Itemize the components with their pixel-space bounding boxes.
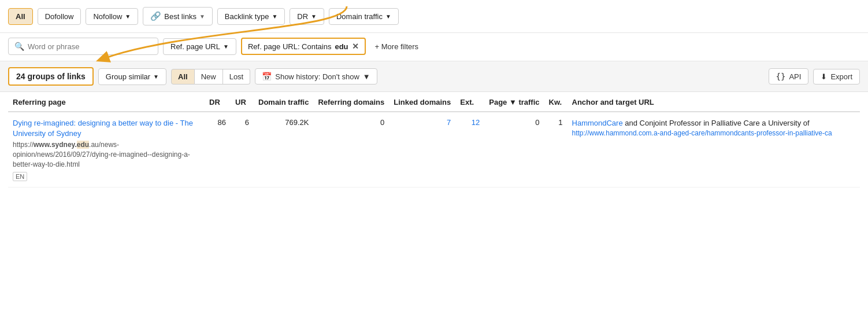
kw-cell: 1 — [544, 112, 567, 187]
col-header-linked-domains: Linked domains — [389, 92, 455, 112]
tab-group: All New Lost — [171, 69, 250, 84]
table-section: Referring page DR UR Domain traffic Refe… — [0, 92, 868, 188]
domain-traffic-button[interactable]: Domain traffic — [329, 8, 399, 25]
close-icon[interactable]: ✕ — [352, 42, 359, 51]
search-input[interactable] — [28, 42, 132, 51]
chevron-down-icon: ▼ — [363, 72, 370, 81]
backlink-type-button[interactable]: Backlink type — [217, 8, 285, 25]
dofollow-button[interactable]: Dofollow — [38, 8, 81, 25]
filter-tag-value: edu — [335, 42, 348, 51]
referring-page-link[interactable]: Dying re-imagined: designing a better wa… — [13, 118, 200, 139]
more-filters-button[interactable]: + More filters — [370, 39, 424, 54]
all-button[interactable]: All — [8, 8, 33, 25]
filter-tag-label: Ref. page URL: Contains — [248, 42, 332, 51]
url-prefix: https:// — [13, 141, 34, 149]
anchor-rest: and Conjoint Professor in Palliative Car… — [623, 119, 810, 127]
search-icon: 🔍 — [14, 42, 24, 51]
show-history-button[interactable]: 📅 Show history: Don't show ▼ — [255, 68, 377, 84]
toolbar-row: All Dofollow Nofollow 🔗 Best links ▼ Bac… — [0, 0, 868, 33]
best-links-button[interactable]: 🔗 Best links ▼ — [143, 7, 213, 25]
tab-new[interactable]: New — [195, 69, 223, 84]
url-edu-highlight: edu — [77, 141, 89, 149]
table-header-row: Referring page DR UR Domain traffic Refe… — [8, 92, 860, 112]
ur-cell: 6 — [231, 112, 254, 187]
dr-button[interactable]: DR — [290, 8, 324, 25]
col-header-ur: UR — [231, 92, 254, 112]
calendar-icon: 📅 — [262, 72, 272, 81]
export-button[interactable]: ⬇ Export — [813, 69, 860, 84]
ext-cell[interactable]: 12 — [455, 112, 484, 187]
api-icon: {} — [776, 72, 786, 81]
anchor-url-link[interactable]: http://www.hammond.com.a-and-aged-care/h… — [572, 129, 832, 137]
filter-tag-edu: Ref. page URL: Contains edu ✕ — [241, 38, 366, 55]
referring-domains-cell: 0 — [313, 112, 389, 187]
col-header-kw: Kw. — [544, 92, 567, 112]
col-header-domain-traffic: Domain traffic — [254, 92, 313, 112]
col-header-referring-page: Referring page — [8, 92, 205, 112]
page-traffic-cell: 0 — [484, 112, 544, 187]
anchor-text-line: HammondCare and Conjoint Professor in Pa… — [572, 118, 855, 128]
url-line: https://www.sydney.edu.au/news-opinion/n… — [13, 140, 200, 169]
lang-badge: EN — [13, 172, 27, 181]
dr-cell: 86 — [205, 112, 231, 187]
chevron-down-icon: ▼ — [199, 13, 205, 20]
col-header-ext: Ext. — [455, 92, 484, 112]
col-header-referring-domains: Referring domains — [313, 92, 389, 112]
group-similar-button[interactable]: Group similar — [98, 68, 166, 85]
domain-traffic-cell: 769.2K — [254, 112, 313, 187]
tab-all[interactable]: All — [171, 69, 195, 84]
col-header-dr: DR — [205, 92, 231, 112]
controls-area: 24 groups of links Group similar All New… — [0, 61, 868, 92]
tab-lost[interactable]: Lost — [223, 69, 251, 84]
data-table: Referring page DR UR Domain traffic Refe… — [8, 92, 860, 188]
referring-page-cell: Dying re-imagined: designing a better wa… — [8, 112, 205, 187]
col-header-anchor: Anchor and target URL — [567, 92, 860, 112]
api-button[interactable]: {} API — [769, 68, 809, 84]
anchor-link[interactable]: HammondCare — [572, 119, 623, 127]
search-box-container: 🔍 — [8, 38, 158, 55]
linked-domains-cell[interactable]: 7 — [389, 112, 455, 187]
anchor-cell: HammondCare and Conjoint Professor in Pa… — [567, 112, 860, 187]
groups-badge: 24 groups of links — [8, 67, 94, 86]
url-domain: www.sydney. — [34, 141, 77, 149]
anchor-url-line: http://www.hammond.com.a-and-aged-care/h… — [572, 128, 855, 138]
col-header-page-traffic[interactable]: Page ▼ traffic — [484, 92, 544, 112]
table-row: Dying re-imagined: designing a better wa… — [8, 112, 860, 187]
ref-page-url-button[interactable]: Ref. page URL — [163, 38, 236, 55]
nofollow-button[interactable]: Nofollow — [86, 8, 138, 25]
chain-icon: 🔗 — [150, 11, 161, 21]
controls-row: 24 groups of links Group similar All New… — [0, 61, 868, 91]
export-icon: ⬇ — [821, 72, 827, 81]
search-row: 🔍 Ref. page URL Ref. page URL: Contains … — [0, 33, 868, 61]
